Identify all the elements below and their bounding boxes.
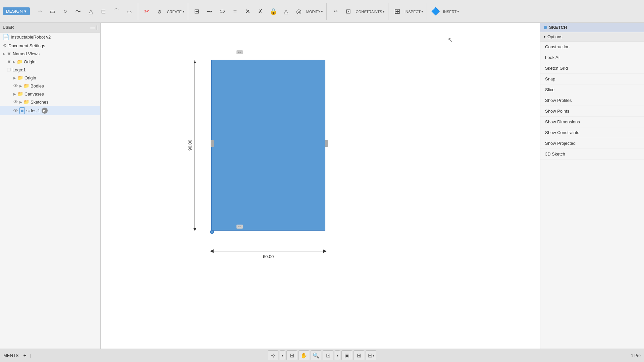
show-projected-item[interactable]: Show Projected xyxy=(540,138,644,149)
arc-tool[interactable]: ⌒ xyxy=(111,6,122,17)
show-constraints-item[interactable]: Show Constraints xyxy=(540,127,644,138)
show-profiles-label: Show Profiles xyxy=(545,98,572,103)
status-right: 1 Pro xyxy=(631,353,641,358)
cross2-tool[interactable]: ✗ xyxy=(255,6,266,17)
fitview-btn[interactable]: ⊡ xyxy=(323,350,333,360)
donut-tool[interactable]: ◎ xyxy=(293,6,304,17)
right-panel: SKETCH ▾ Options Construction Look At Sk… xyxy=(540,23,644,349)
slice-label: Slice xyxy=(545,87,554,92)
handle-right[interactable] xyxy=(325,140,328,147)
line-tool[interactable]: → xyxy=(35,6,45,17)
cursor-indicator: ↖ xyxy=(448,36,453,44)
dim-text-vertical[interactable]: 90.00 xyxy=(187,140,193,151)
layout1-btn[interactable]: ▣ xyxy=(341,350,352,360)
eye-icon-bodies[interactable]: 👁 xyxy=(13,83,18,88)
sep5 xyxy=(427,3,427,20)
trim-tool[interactable]: ✂ xyxy=(142,6,152,17)
add-component-button[interactable]: + xyxy=(23,353,26,359)
tree-label-logo: Logo:1 xyxy=(12,67,26,72)
viewport-tool[interactable]: ⊡ xyxy=(343,6,354,17)
panel-controls: — | xyxy=(90,25,98,30)
show-profiles-item[interactable]: Show Profiles xyxy=(540,95,644,106)
lock-tool[interactable]: 🔒 xyxy=(268,6,279,17)
chevron-right-icon6: ▶ xyxy=(19,100,22,104)
layout2-btn[interactable]: ⊞ xyxy=(354,350,364,360)
polygon-tool[interactable]: △ xyxy=(86,6,96,17)
snap-item[interactable]: Snap xyxy=(540,74,644,84)
show-constraints-label: Show Constraints xyxy=(545,130,579,135)
chevron-down-icon: ▾ xyxy=(544,35,545,39)
construction-item[interactable]: Construction xyxy=(540,42,644,52)
tree-item-instructable[interactable]: 📄 InstructableRobot v2 xyxy=(0,33,100,42)
zoom-btn[interactable]: 🔍 xyxy=(311,350,321,360)
offset-tool[interactable]: ⊏ xyxy=(98,6,109,17)
inspect-label[interactable]: INSPECT ▾ xyxy=(405,9,423,14)
play-button[interactable]: ▶ xyxy=(42,108,48,114)
cross1-tool[interactable]: ✕ xyxy=(243,6,253,17)
equal-tool[interactable]: = xyxy=(230,6,240,17)
folder-icon-origin1: 📁 xyxy=(17,59,22,64)
tree-item-bodies[interactable]: 👁 ▶ 📁 Bodies xyxy=(0,82,100,90)
tree-item-canvases[interactable]: ▶ 📁 Canvases xyxy=(0,90,100,98)
inspect-icon[interactable]: ⊞ xyxy=(392,6,402,17)
tree-item-origin1[interactable]: 👁 ▶ 📁 Origin xyxy=(0,58,100,66)
dim-arrow-top: ▲ xyxy=(193,59,197,64)
spline-tool[interactable]: 〜 xyxy=(73,6,84,17)
insert-label[interactable]: INSERT ▾ xyxy=(443,9,459,14)
modify-group: MODIFY ▾ xyxy=(306,9,323,14)
sketch-rectangle[interactable] xyxy=(211,60,325,231)
parallel-tool[interactable]: ⊟ xyxy=(192,6,202,17)
cursor-tool-btn[interactable]: ⊹ xyxy=(268,350,278,360)
circle-tool[interactable]: ○ xyxy=(60,6,71,17)
design-button[interactable]: DESIGN ▾ xyxy=(3,7,30,15)
curve-tool[interactable]: ⌓ xyxy=(124,6,135,17)
tree-item-sides[interactable]: 👁 ■ sides:1 ▶ xyxy=(0,106,100,115)
show-dimensions-item[interactable]: Show Dimensions xyxy=(540,117,644,127)
status-left: MENTS xyxy=(3,353,19,358)
constraints-label[interactable]: CONSTRAINTS ▾ xyxy=(356,9,385,14)
eye-icon-sketches[interactable]: 👁 xyxy=(13,99,18,105)
eye-icon-sides[interactable]: 👁 xyxy=(13,108,18,113)
3d-sketch-item[interactable]: 3D Sketch xyxy=(540,149,644,160)
slice-item[interactable]: Slice xyxy=(540,84,644,95)
rect-tool[interactable]: ▭ xyxy=(47,6,58,17)
options-header[interactable]: ▾ Options xyxy=(540,32,644,42)
insert-icon[interactable]: 🔷 xyxy=(430,6,441,17)
sketch-dot xyxy=(544,26,547,29)
folder-icon-origin2: 📁 xyxy=(17,75,23,80)
layout3-btn[interactable]: ⊟▾ xyxy=(366,350,376,360)
tree-label-canvases: Canvases xyxy=(24,92,44,97)
design-label[interactable]: DESIGN ▾ xyxy=(3,7,30,15)
panel-title: USER xyxy=(3,25,14,30)
tree-item-logo[interactable]: ☐ Logo:1 xyxy=(0,66,100,74)
ellipse-tool[interactable]: ⬭ xyxy=(217,6,228,17)
measure-tool[interactable]: ↔ xyxy=(330,6,341,17)
show-points-item[interactable]: Show Points xyxy=(540,106,644,117)
eye-icon-origin1[interactable]: 👁 xyxy=(7,59,11,64)
panel-expand[interactable]: | xyxy=(96,25,98,30)
cursor-dropdown-btn[interactable]: ▾ xyxy=(280,350,285,360)
tree-label-named-views: Named Views xyxy=(13,51,40,56)
chevron-right-icon5: ▶ xyxy=(13,92,16,96)
dim-text-horizontal[interactable]: 60.00 xyxy=(263,254,274,259)
tree-item-origin2[interactable]: ▶ 📁 Origin xyxy=(0,74,100,82)
tree-item-doc-settings[interactable]: ⚙ Document Settings xyxy=(0,42,100,50)
pan-btn[interactable]: ✋ xyxy=(299,350,309,360)
sketch-grid-item[interactable]: Sketch Grid xyxy=(540,63,644,74)
modify-label[interactable]: MODIFY ▾ xyxy=(306,9,323,14)
tree-item-sketches[interactable]: 👁 ▶ 📁 Sketches xyxy=(0,98,100,106)
tree-label-origin1: Origin xyxy=(24,59,36,64)
tree-label-origin2: Origin xyxy=(24,75,36,80)
panel-collapse[interactable]: — xyxy=(90,25,95,30)
fitview-dropdown-btn[interactable]: ▾ xyxy=(335,350,340,360)
canvas[interactable]: ≡≡ ≡≡ ▲ ▼ 90.00 ◀ ▶ 60.00 ↖ xyxy=(101,23,540,349)
status-bar: MENTS + | ⊹ ▾ ⊞ ✋ 🔍 ⊡ ▾ ▣ ⊞ ⊟▾ 1 Pro xyxy=(0,349,644,362)
loop-tool[interactable]: ⌀ xyxy=(154,6,165,17)
triangle-tool[interactable]: △ xyxy=(281,6,291,17)
look-at-item[interactable]: Look At xyxy=(540,52,644,63)
grid-btn[interactable]: ⊞ xyxy=(286,350,297,360)
create-label[interactable]: CREATE ▾ xyxy=(167,9,184,14)
line2-tool[interactable]: ⊸ xyxy=(204,6,215,17)
tree-item-named-views[interactable]: ▶ 👁 Named Views xyxy=(0,50,100,58)
sep3 xyxy=(326,3,327,20)
